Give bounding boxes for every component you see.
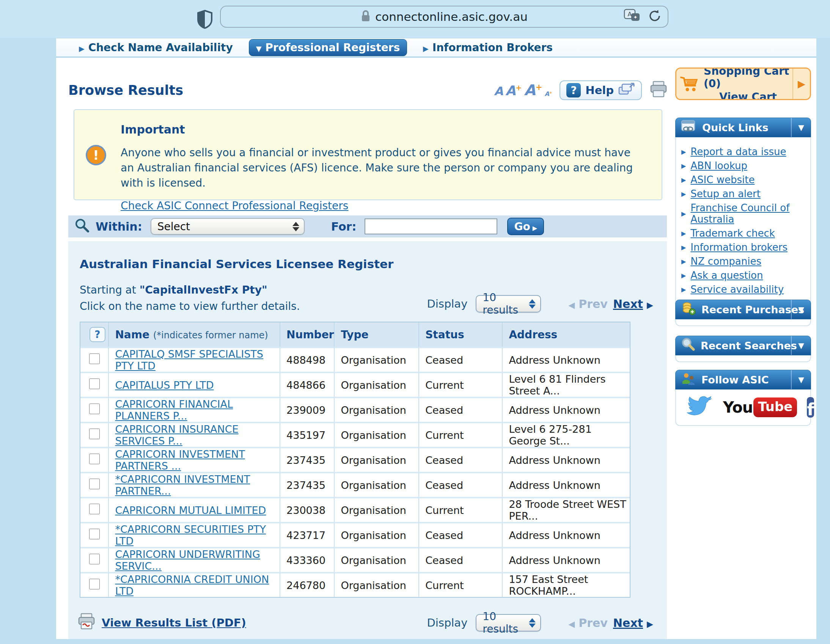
licensee-name-link[interactable]: *CAPRICORN INVESTMENT PARTNER... (115, 473, 250, 497)
shopping-cart-box[interactable]: Shopping Cart (0) View Cart (675, 68, 811, 100)
print-icon[interactable] (649, 81, 668, 100)
collapse-caret-icon[interactable] (791, 370, 811, 389)
licensee-name-link[interactable]: CAPRICORN MUTUAL LIMITED (115, 505, 266, 516)
licensee-address: Level 6 81 Flinders Street A... (502, 372, 630, 397)
quick-link-item[interactable]: Trademark check (681, 228, 805, 239)
view-results-pdf-link[interactable]: View Results List (PDF) (102, 616, 246, 629)
quick-link-item[interactable]: Ask a question (681, 270, 805, 281)
select-arrows-icon (529, 618, 535, 628)
licensee-address: Address Unknown (502, 447, 630, 472)
search-for-input[interactable] (364, 218, 497, 234)
quick-link-item[interactable]: Information brokers (681, 242, 805, 253)
font-size-icon[interactable]: A+ (524, 84, 542, 97)
collapse-caret-icon[interactable] (791, 300, 811, 319)
facebook-icon[interactable]: f (807, 397, 814, 418)
quick-link[interactable]: NZ companies (691, 256, 761, 267)
licensee-name-link[interactable]: CAPITALUS PTY LTD (115, 379, 214, 391)
check-registers-link[interactable]: Check ASIC Connect Professional Register… (120, 199, 348, 212)
go-arrow-icon (532, 220, 537, 233)
licensee-name-link[interactable]: CAPRICORN FINANCIAL PLANNERS P... (115, 398, 233, 422)
row-checkbox[interactable] (89, 378, 100, 389)
table-row: *CAPRICORNIA CREDIT UNION LTD 246780 Org… (81, 572, 630, 597)
quick-links-panel: Quick Links Report a data issue ABN look… (675, 117, 811, 305)
search-icon (681, 337, 695, 354)
row-checkbox[interactable] (89, 504, 100, 514)
new-window-icon (618, 83, 635, 98)
row-checkbox[interactable] (89, 479, 100, 489)
tab-arrow-icon (423, 41, 429, 54)
help-button[interactable]: ? Help (559, 81, 642, 100)
quick-link[interactable]: Franchise Council of Australia (691, 202, 805, 225)
quick-link-item[interactable]: Service availability (681, 284, 805, 295)
font-size-icon[interactable]: A (494, 86, 503, 97)
quick-link[interactable]: Trademark check (691, 228, 775, 239)
display-count-select-bottom[interactable]: 10 results (476, 614, 541, 631)
licensee-name-link[interactable]: CAPRICORN INSURANCE SERVICES P... (115, 423, 238, 447)
quick-link[interactable]: Ask a question (691, 270, 763, 281)
display-count-select[interactable]: 10 results (476, 295, 541, 313)
nav-tab[interactable]: Information Brokers (418, 40, 558, 56)
youtube-icon[interactable]: You Tube (723, 397, 797, 417)
quick-link[interactable]: ASIC website (691, 174, 754, 185)
quick-link[interactable]: ABN lookup (691, 160, 747, 171)
page: Check Name Availability Professional Reg… (56, 38, 816, 639)
licensee-number: 435197 (280, 422, 334, 447)
licensee-name-link[interactable]: CAPITALQ SMSF SPECIALISTS PTY LTD (115, 348, 263, 372)
url-bar[interactable]: connectonline.asic.gov.au A✦ (220, 6, 668, 28)
reload-icon[interactable] (648, 9, 662, 24)
view-cart-link[interactable]: View Cart (719, 91, 777, 101)
nav-tab-label: Information Brokers (432, 41, 553, 54)
licensee-address: Address Unknown (502, 397, 630, 422)
table-row: CAPRICORN UNDERWRITING SERVIC... 433360 … (81, 547, 630, 572)
twitter-icon[interactable] (687, 396, 713, 419)
row-checkbox[interactable] (89, 429, 100, 439)
prev-page-link[interactable]: Prev (568, 616, 608, 630)
quick-link[interactable]: Information brokers (691, 242, 787, 253)
column-name: Name (115, 328, 149, 341)
quick-link[interactable]: Setup an alert (691, 188, 760, 199)
table-row: CAPITALUS PTY LTD 484866 Organisation Cu… (81, 372, 630, 397)
column-help-icon[interactable]: ? (90, 327, 105, 342)
column-name-note: (*indicates former name) (153, 330, 268, 340)
row-checkbox[interactable] (89, 403, 100, 414)
licensee-name-link[interactable]: *CAPRICORNIA CREDIT UNION LTD (115, 573, 269, 597)
results-table-body: CAPITALQ SMSF SPECIALISTS PTY LTD 488498… (81, 347, 630, 597)
row-checkbox[interactable] (89, 579, 100, 589)
cart-expand-arrow[interactable] (792, 69, 810, 99)
row-checkbox[interactable] (89, 554, 100, 564)
prev-page-link[interactable]: Prev (568, 297, 608, 311)
nav-tab[interactable]: Check Name Availability (74, 40, 238, 56)
nav-tab[interactable]: Professional Registers (249, 39, 407, 56)
for-label: For: (331, 220, 356, 233)
column-status: Status (418, 322, 502, 347)
licensee-name-link[interactable]: *CAPRICORN SECURITIES PTY LTD (115, 524, 266, 547)
quick-link[interactable]: Report a data issue (691, 146, 786, 157)
licensee-name-link[interactable]: CAPRICORN INVESTMENT PARTNERS ... (115, 448, 245, 472)
quick-link-item[interactable]: ASIC website (681, 174, 805, 185)
within-select[interactable]: Select (150, 218, 305, 235)
row-checkbox[interactable] (89, 529, 100, 539)
collapse-caret-icon[interactable] (791, 118, 811, 137)
go-button[interactable]: Go (507, 218, 544, 235)
quick-link-item[interactable]: ABN lookup (681, 160, 805, 171)
licensee-number: 423717 (280, 522, 334, 547)
privacy-shield-icon[interactable] (196, 10, 213, 30)
quick-link-item[interactable]: Report a data issue (681, 146, 805, 157)
licensee-status: Ceased (418, 472, 502, 497)
quick-link-item[interactable]: Setup an alert (681, 188, 805, 199)
recent-purchases-panel: Recent Purchases (675, 300, 811, 326)
quick-link[interactable]: Service availability (691, 284, 784, 295)
nav-tab-label: Professional Registers (265, 41, 400, 54)
licensee-type: Organisation (334, 447, 418, 472)
next-page-link[interactable]: Next (613, 616, 653, 630)
font-size-icon[interactable]: A+ (545, 92, 552, 97)
quick-link-item[interactable]: NZ companies (681, 256, 805, 267)
licensee-name-link[interactable]: CAPRICORN UNDERWRITING SERVIC... (115, 548, 260, 572)
quick-link-item[interactable]: Franchise Council of Australia (681, 202, 805, 225)
row-checkbox[interactable] (89, 353, 100, 364)
font-size-icon[interactable]: A+ (505, 85, 521, 97)
collapse-caret-icon[interactable] (791, 336, 811, 355)
row-checkbox[interactable] (89, 454, 100, 464)
translate-icon[interactable]: A✦ (624, 9, 641, 25)
next-page-link[interactable]: Next (613, 297, 653, 311)
